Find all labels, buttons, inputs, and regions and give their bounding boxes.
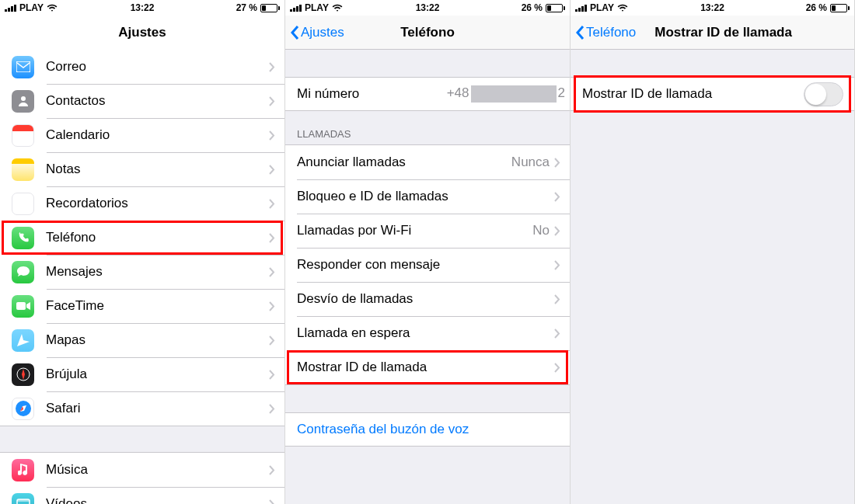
settings-item-notes[interactable]: Notas <box>0 152 284 186</box>
settings-pane: PLAY 13:22 27 % Ajustes Correo Contactos… <box>0 0 285 504</box>
chevron-left-icon <box>290 25 299 40</box>
my-number-cell[interactable]: Mi número +482 <box>285 77 570 111</box>
call-blocking-cell[interactable]: Bloqueo e ID de llamadas <box>285 179 570 214</box>
show-caller-id-switch[interactable] <box>804 82 843 106</box>
page-title: Ajustes <box>118 25 166 40</box>
wifi-icon <box>617 2 628 13</box>
signal-icon <box>5 4 16 12</box>
chevron-right-icon <box>269 370 275 380</box>
voicemail-password-label: Contraseña del buzón de voz <box>297 422 570 437</box>
group-spacer <box>285 50 570 77</box>
show-caller-id-pane: PLAY 13:22 26 % Teléfono Mostrar ID de l… <box>571 0 855 504</box>
cell-label: Anunciar llamadas <box>297 155 511 170</box>
chevron-right-icon <box>269 199 275 209</box>
settings-item-label: Brújula <box>46 367 269 382</box>
nav-bar: Teléfono Mostrar ID de llamada <box>571 16 854 50</box>
chevron-right-icon <box>269 130 275 141</box>
page-title: Teléfono <box>400 25 455 40</box>
chevron-right-icon <box>554 192 560 202</box>
settings-item-contacts[interactable]: Contactos <box>0 84 284 118</box>
group-spacer <box>571 50 854 77</box>
calendar-icon <box>12 124 34 147</box>
settings-item-facetime[interactable]: FaceTime <box>0 289 284 323</box>
chevron-left-icon <box>575 25 585 40</box>
settings-item-videos[interactable]: Vídeos <box>0 487 284 504</box>
call-waiting-cell[interactable]: Llamada en espera <box>285 316 570 350</box>
cell-label: Desvío de llamadas <box>297 291 554 307</box>
show-caller-id-cell[interactable]: Mostrar ID de llamada <box>285 350 570 384</box>
maps-icon <box>12 329 34 352</box>
respond-with-text-cell[interactable]: Responder con mensaje <box>285 248 570 282</box>
mail-icon <box>12 56 34 78</box>
cell-label: Llamada en espera <box>297 325 554 341</box>
settings-item-messages[interactable]: Mensajes <box>0 255 284 289</box>
nav-bar: Ajustes Teléfono <box>285 16 570 50</box>
announce-calls-cell[interactable]: Anunciar llamadas Nunca <box>285 145 570 179</box>
chevron-right-icon <box>554 328 560 339</box>
settings-item-label: Notas <box>46 162 269 177</box>
settings-item-label: Recordatorios <box>46 196 269 211</box>
videos-icon <box>12 493 34 505</box>
calls-section-header: LLAMADAS <box>285 111 570 144</box>
settings-item-maps[interactable]: Mapas <box>0 323 284 357</box>
settings-item-label: Música <box>46 462 269 478</box>
carrier-label: PLAY <box>19 2 44 13</box>
reminders-icon <box>12 193 34 215</box>
settings-item-label: FaceTime <box>46 298 269 314</box>
back-label: Teléfono <box>586 25 636 40</box>
chevron-right-icon <box>269 404 275 414</box>
signal-icon <box>290 4 302 12</box>
nav-bar: Ajustes <box>0 16 284 50</box>
battery-icon <box>546 4 565 12</box>
status-bar: PLAY 13:22 27 % <box>0 0 284 16</box>
settings-item-mail[interactable]: Correo <box>0 50 284 84</box>
back-button[interactable]: Teléfono <box>575 25 636 40</box>
chevron-right-icon <box>269 335 275 346</box>
page-title: Mostrar ID de llamada <box>654 25 792 40</box>
settings-item-label: Contactos <box>46 93 269 109</box>
chevron-right-icon <box>269 233 275 243</box>
wifi-icon <box>332 2 343 13</box>
chevron-right-icon <box>554 158 560 168</box>
notes-icon <box>12 158 34 181</box>
back-label: Ajustes <box>301 25 344 40</box>
cell-label: Mostrar ID de llamada <box>297 360 554 375</box>
phone-icon <box>12 227 34 249</box>
wifi-calling-cell[interactable]: Llamadas por Wi-Fi No <box>285 214 570 248</box>
battery-icon <box>830 4 850 12</box>
phone-settings-pane: PLAY 13:22 26 % Ajustes Teléfono Mi núme… <box>285 0 571 504</box>
call-forwarding-cell[interactable]: Desvío de llamadas <box>285 282 570 316</box>
signal-icon <box>575 4 587 12</box>
wifi-icon <box>47 2 58 13</box>
settings-item-compass[interactable]: Brújula <box>0 357 284 391</box>
contacts-icon <box>12 90 34 113</box>
chevron-right-icon <box>554 226 560 236</box>
voicemail-password-cell[interactable]: Contraseña del buzón de voz <box>285 412 570 447</box>
settings-item-calendar[interactable]: Calendario <box>0 118 284 152</box>
settings-item-label: Calendario <box>46 127 269 143</box>
settings-item-safari[interactable]: Safari <box>0 391 284 426</box>
messages-icon <box>12 261 34 283</box>
battery-icon <box>260 4 280 12</box>
phone-settings-list[interactable]: Mi número +482 LLAMADAS Anunciar llamada… <box>285 50 570 504</box>
cell-value: Nunca <box>511 155 550 170</box>
chevron-right-icon <box>269 301 275 311</box>
settings-item-label: Teléfono <box>46 230 269 245</box>
battery-percent: 26 % <box>806 2 827 13</box>
show-caller-id-toggle-cell[interactable]: Mostrar ID de llamada <box>571 77 854 111</box>
settings-item-music[interactable]: Música <box>0 453 284 487</box>
compass-icon <box>12 363 34 386</box>
safari-icon <box>12 398 34 420</box>
settings-item-reminders[interactable]: Recordatorios <box>0 186 284 221</box>
chevron-right-icon <box>554 294 560 304</box>
settings-item-label: Safari <box>46 401 269 416</box>
group-spacer <box>285 385 570 412</box>
settings-list[interactable]: Correo Contactos Calendario Notas Record… <box>0 50 284 504</box>
settings-item-label: Mapas <box>46 332 269 348</box>
chevron-right-icon <box>554 260 560 270</box>
group-spacer <box>0 426 284 453</box>
chevron-right-icon <box>269 165 275 175</box>
settings-item-phone[interactable]: Teléfono <box>0 221 284 255</box>
back-button[interactable]: Ajustes <box>290 16 344 49</box>
toggle-label: Mostrar ID de llamada <box>582 86 804 102</box>
